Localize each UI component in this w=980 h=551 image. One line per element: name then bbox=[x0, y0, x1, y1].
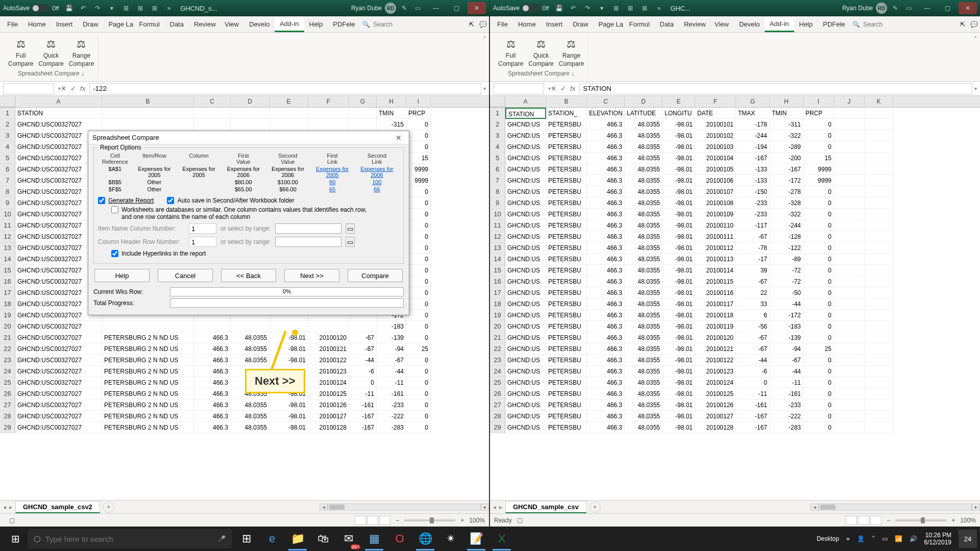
cell[interactable]: PETERSBURG 2 N ND US bbox=[102, 366, 194, 377]
cell[interactable]: PETERSBU bbox=[546, 310, 587, 321]
cell[interactable]: 466.3 bbox=[587, 254, 625, 265]
row-header-11[interactable]: 11 bbox=[0, 220, 15, 231]
cell[interactable]: 0 bbox=[406, 377, 431, 388]
cell[interactable] bbox=[834, 119, 865, 130]
cell[interactable]: 0 bbox=[406, 265, 431, 276]
ribbon-options-icon[interactable]: ▭ bbox=[412, 3, 423, 13]
cell[interactable] bbox=[102, 321, 194, 332]
cell[interactable]: 48.0355 bbox=[625, 231, 663, 242]
column-header-C[interactable]: C bbox=[587, 96, 625, 107]
row-header-28[interactable]: 28 bbox=[490, 411, 505, 422]
cell[interactable]: PETERSBU bbox=[546, 321, 587, 332]
column-header-G[interactable]: G bbox=[349, 96, 377, 107]
cell[interactable]: 20100106 bbox=[695, 175, 736, 186]
cell[interactable]: 20100127 bbox=[308, 411, 349, 422]
cell[interactable]: 25 bbox=[406, 343, 431, 355]
cell[interactable] bbox=[308, 321, 349, 332]
cancel-formula-icon[interactable]: ✕ bbox=[551, 85, 556, 92]
tab-home[interactable]: Home bbox=[23, 17, 51, 31]
cell[interactable]: 0 bbox=[803, 399, 834, 411]
cell[interactable]: 48.0355 bbox=[625, 343, 663, 355]
cell[interactable]: 48.0355 bbox=[625, 175, 663, 186]
cell[interactable]: 48.0355 bbox=[625, 265, 663, 276]
cell[interactable]: -98.01 bbox=[663, 242, 695, 254]
cell[interactable]: 0 bbox=[803, 119, 834, 130]
cell[interactable]: -200 bbox=[770, 153, 803, 164]
tab-formul[interactable]: Formul bbox=[624, 17, 655, 31]
cell[interactable]: -98.01 bbox=[663, 388, 695, 399]
cell[interactable]: -98.01 bbox=[663, 175, 695, 186]
cell[interactable]: PETERSBU bbox=[546, 399, 587, 411]
row-header-22[interactable]: 22 bbox=[0, 343, 15, 355]
cell[interactable]: PETERSBU bbox=[546, 355, 587, 366]
cell[interactable]: 0 bbox=[406, 310, 431, 321]
cell[interactable]: -161 bbox=[770, 388, 803, 399]
cell[interactable]: PETERSBU bbox=[546, 220, 587, 231]
include-hyperlinks-checkbox[interactable] bbox=[111, 250, 118, 257]
page-layout-view-button[interactable] bbox=[367, 516, 378, 525]
tab-pdfele[interactable]: PDFele bbox=[328, 17, 358, 31]
cell[interactable]: 48.0355 bbox=[625, 366, 663, 377]
cell[interactable]: -44 bbox=[770, 366, 803, 377]
action-center-icon[interactable]: 24 bbox=[959, 530, 977, 548]
cell[interactable] bbox=[865, 366, 893, 377]
cell[interactable]: -98.01 bbox=[270, 332, 308, 343]
qat-icon-3[interactable]: ⊞ bbox=[150, 3, 160, 13]
cell[interactable]: -233 bbox=[736, 197, 770, 209]
cell[interactable]: -98.01 bbox=[663, 355, 695, 366]
qat-icon-2[interactable]: ⊞ bbox=[135, 3, 145, 13]
cell[interactable]: -183 bbox=[377, 321, 406, 332]
start-button[interactable]: ⊞ bbox=[3, 527, 28, 551]
chrome-icon[interactable]: 🌐 bbox=[413, 527, 437, 550]
cell[interactable] bbox=[834, 399, 865, 411]
cell[interactable]: -98.01 bbox=[663, 411, 695, 422]
cell[interactable]: -289 bbox=[770, 141, 803, 153]
cell[interactable] bbox=[865, 186, 893, 197]
cell[interactable]: DATE bbox=[695, 108, 736, 119]
select-all-corner[interactable] bbox=[490, 96, 505, 107]
cell[interactable]: 20100125 bbox=[308, 388, 349, 399]
cell[interactable]: 20100118 bbox=[695, 310, 736, 321]
column-header-I[interactable]: I bbox=[406, 96, 431, 107]
cell[interactable]: 20100125 bbox=[695, 388, 736, 399]
cell[interactable]: 20100124 bbox=[695, 377, 736, 388]
cell[interactable]: GHCND:US bbox=[505, 254, 546, 265]
cell[interactable]: 20100108 bbox=[695, 197, 736, 209]
add-sheet-button[interactable]: + bbox=[590, 502, 601, 513]
cell[interactable]: GHCND:USC00327027 bbox=[15, 388, 102, 399]
tab-view[interactable]: View bbox=[219, 17, 244, 31]
cell[interactable]: GHCND:USC00327027 bbox=[15, 366, 102, 377]
cell[interactable]: 0 bbox=[803, 220, 834, 231]
cell[interactable]: GHCND:US bbox=[505, 388, 546, 399]
undo-icon[interactable]: ↶ bbox=[568, 3, 578, 13]
cell[interactable]: 466.3 bbox=[587, 276, 625, 287]
cell[interactable]: -98.01 bbox=[270, 343, 308, 355]
cell[interactable]: 33 bbox=[736, 298, 770, 310]
row-header-3[interactable]: 3 bbox=[0, 130, 15, 141]
cell[interactable]: 20100128 bbox=[308, 422, 349, 433]
cell[interactable] bbox=[834, 231, 865, 242]
cell[interactable]: 20100119 bbox=[695, 321, 736, 332]
cell[interactable]: 0 bbox=[406, 186, 431, 197]
row-header-29[interactable]: 29 bbox=[0, 422, 15, 433]
sheet-nav-prev[interactable]: ◂ bbox=[493, 504, 496, 511]
cell[interactable]: -311 bbox=[770, 119, 803, 130]
row-header-11[interactable]: 11 bbox=[490, 220, 505, 231]
people-icon[interactable]: 👤 bbox=[857, 535, 865, 542]
cell[interactable]: -98.01 bbox=[663, 287, 695, 298]
hscroll-right[interactable]: ▸ bbox=[481, 504, 489, 511]
maximize-button[interactable]: ▢ bbox=[938, 2, 957, 14]
cell[interactable]: -161 bbox=[736, 399, 770, 411]
hscroll-left[interactable]: ◂ bbox=[811, 504, 819, 511]
tab-home[interactable]: Home bbox=[513, 17, 541, 31]
cell[interactable]: -6 bbox=[349, 366, 377, 377]
cell[interactable]: 0 bbox=[406, 220, 431, 231]
cell[interactable] bbox=[865, 197, 893, 209]
cell[interactable]: 0 bbox=[736, 377, 770, 388]
cell[interactable]: 0 bbox=[803, 186, 834, 197]
ribbon-full-compare[interactable]: ⚖ FullCompare bbox=[498, 37, 523, 67]
cell[interactable]: PETERSBU bbox=[546, 388, 587, 399]
cell[interactable]: 466.3 bbox=[587, 164, 625, 175]
column-header-J[interactable]: J bbox=[834, 96, 865, 107]
cell[interactable]: 466.3 bbox=[587, 197, 625, 209]
